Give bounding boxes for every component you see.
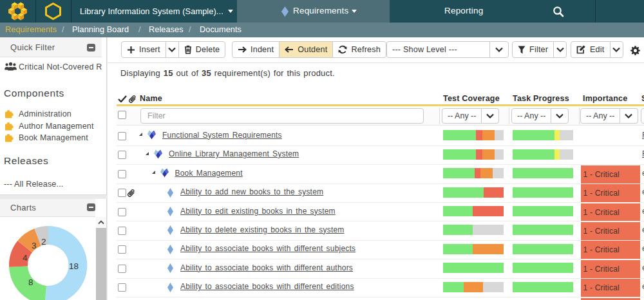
svg-text:18: 18 (69, 261, 79, 271)
svg-text:8: 8 (28, 277, 33, 287)
svg-text:3: 3 (32, 241, 37, 250)
svg-text:2: 2 (41, 237, 46, 247)
svg-text:4: 4 (23, 253, 28, 263)
